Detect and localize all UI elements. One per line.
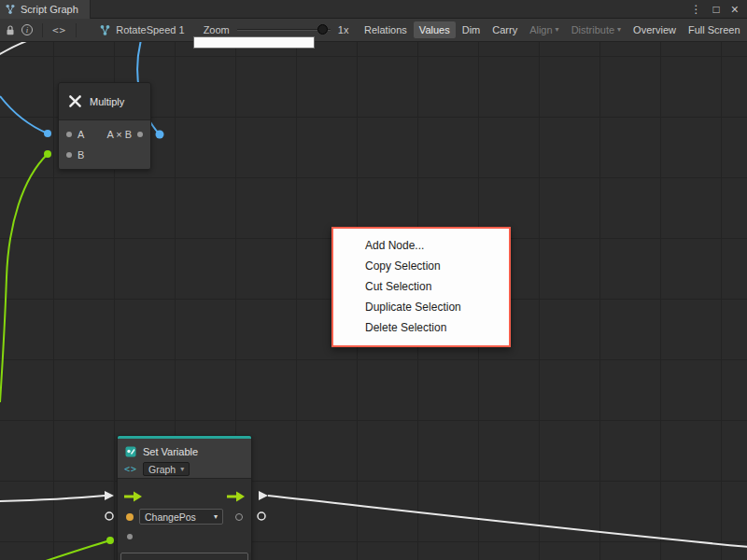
carry-button[interactable]: Carry (486, 21, 523, 38)
menu-item-cut-selection[interactable]: Cut Selection (333, 276, 509, 297)
node-set-variable-footer (120, 553, 248, 560)
relations-button[interactable]: Relations (359, 21, 413, 38)
tab-title: Script Graph (21, 4, 78, 15)
set-variable-icon (124, 445, 137, 458)
variable-value-port[interactable] (126, 513, 134, 521)
graph-toolbar: i <> RotateSpeed 1 Zoom 1x Relations Val… (0, 19, 747, 42)
connection-green-left[interactable] (0, 154, 48, 402)
script-graph-icon (5, 4, 16, 15)
floating-text-field[interactable] (193, 36, 315, 49)
node-multiply-header[interactable]: Multiply (59, 83, 150, 120)
connection-endpoint-blue[interactable] (44, 130, 51, 137)
align-button[interactable]: Align ▾ (524, 21, 564, 38)
distribute-button[interactable]: Distribute ▾ (566, 21, 627, 38)
variable-name-dropdown[interactable]: ChangePos ▾ (139, 509, 223, 525)
flow-arrowhead-in[interactable] (105, 491, 114, 500)
flow-arrowhead-out[interactable] (259, 491, 268, 500)
port-label-a: A (78, 129, 84, 140)
window-controls: ⋮ □ × (691, 3, 747, 16)
flow-connection-in[interactable] (0, 496, 105, 501)
port-row-a: A A × B (59, 124, 150, 145)
menu-item-delete-selection[interactable]: Delete Selection (333, 317, 509, 338)
output-value-port[interactable] (235, 513, 243, 521)
flow-input-port[interactable] (124, 491, 143, 502)
node-set-variable-body: ChangePos ▾ (118, 479, 251, 553)
toolbar-separator (76, 23, 77, 37)
toolbar-right-group: Relations Values Dim Carry Align ▾ Distr… (359, 19, 747, 41)
tab-script-graph[interactable]: Script Graph (0, 0, 91, 19)
connection-green-bottom[interactable] (43, 540, 110, 560)
node-set-variable-header[interactable]: Set Variable <> Graph ▾ (118, 439, 251, 479)
titlebar: Script Graph ⋮ □ × (0, 0, 747, 19)
default-value-port[interactable] (127, 534, 133, 539)
breadcrumb[interactable]: RotateSpeed 1 (99, 24, 184, 36)
zoom-slider-handle[interactable] (317, 24, 328, 35)
connection-endpoint-green[interactable] (44, 150, 51, 158)
graph-asset-icon (99, 24, 111, 36)
menu-item-add-node[interactable]: Add Node... (333, 235, 509, 256)
node-title: Set Variable (143, 446, 198, 457)
code-icon: <> (124, 464, 137, 474)
menu-item-duplicate-selection[interactable]: Duplicate Selection (333, 297, 509, 317)
maximize-icon[interactable]: □ (713, 4, 720, 15)
zoom-label: Zoom (204, 24, 230, 35)
chevron-down-icon: ▾ (180, 466, 184, 473)
graph-name: RotateSpeed 1 (116, 24, 184, 35)
chevron-down-icon: ▾ (214, 513, 218, 521)
connection-white-topleft[interactable] (0, 42, 32, 55)
connection-blue-left[interactable] (0, 96, 48, 133)
close-icon[interactable]: × (731, 3, 739, 16)
fullscreen-button[interactable]: Full Screen (683, 21, 746, 38)
zoom-control: Zoom 1x (204, 24, 349, 35)
zoom-value: 1x (338, 24, 349, 35)
flow-connection-out[interactable] (268, 496, 747, 547)
zoom-slider-track[interactable] (237, 29, 331, 31)
values-button[interactable]: Values (414, 21, 456, 38)
chevron-down-icon: ▾ (617, 26, 621, 34)
toolbar-separator (42, 23, 43, 37)
output-port-result[interactable] (137, 132, 143, 137)
flow-output-port[interactable] (227, 491, 246, 502)
edit-code-icon[interactable]: <> (52, 24, 66, 36)
window-menu-icon[interactable]: ⋮ (691, 4, 702, 15)
node-multiply[interactable]: Multiply A A × B B (58, 82, 151, 170)
dim-button[interactable]: Dim (457, 21, 486, 38)
input-port-a[interactable] (66, 132, 72, 137)
connection-endpooint-green[interactable] (106, 537, 114, 544)
lock-icon[interactable] (5, 24, 16, 36)
node-set-variable[interactable]: Set Variable <> Graph ▾ ChangePos (117, 435, 252, 560)
info-icon[interactable]: i (21, 24, 33, 35)
value-port-outer-left[interactable] (106, 512, 113, 520)
multiply-icon (68, 94, 82, 108)
chevron-down-icon: ▾ (556, 26, 559, 34)
port-row-b: B (59, 145, 150, 165)
overview-button[interactable]: Overview (627, 21, 682, 38)
value-port-outer-right[interactable] (258, 512, 265, 520)
node-multiply-body: A A × B B (59, 120, 150, 169)
connection-endpoint-blue[interactable] (156, 131, 164, 139)
menu-item-copy-selection[interactable]: Copy Selection (333, 256, 509, 276)
port-label-b: B (78, 149, 84, 161)
input-port-b[interactable] (66, 152, 72, 158)
context-menu: Add Node... Copy Selection Cut Selection… (331, 227, 511, 347)
variable-scope-dropdown[interactable]: Graph ▾ (143, 462, 190, 476)
node-title: Multiply (90, 96, 124, 107)
port-label-result: A × B (106, 129, 132, 140)
